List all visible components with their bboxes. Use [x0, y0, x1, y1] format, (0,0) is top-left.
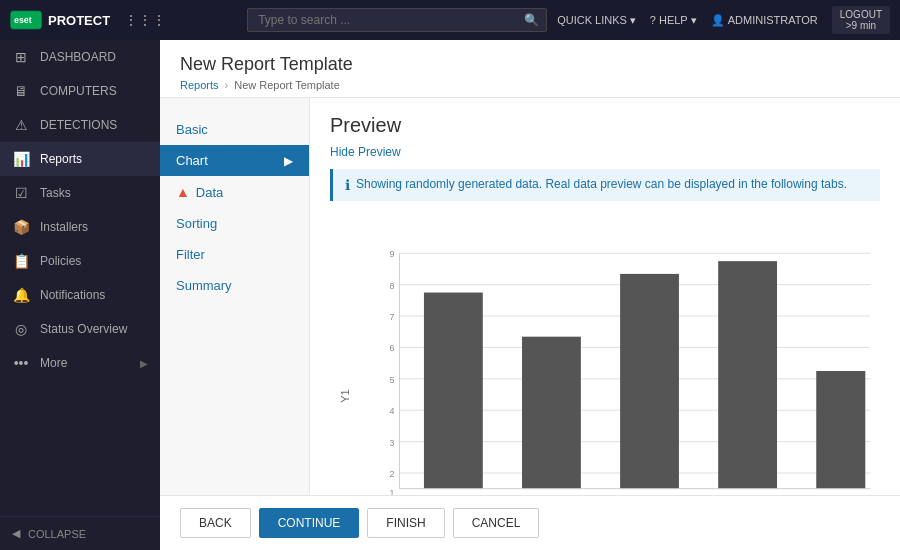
admin-button[interactable]: 👤 ADMINISTRATOR: [711, 14, 818, 27]
cancel-button[interactable]: CANCEL: [453, 508, 540, 538]
step-data[interactable]: ▲ Data: [160, 176, 309, 208]
chart-container: Y1 9 8 7 6: [330, 211, 880, 495]
search-icon: 🔍: [524, 13, 539, 27]
main-layout: ⊞ DASHBOARD 🖥 COMPUTERS ⚠ DETECTIONS 📊 R…: [0, 40, 900, 550]
sidebar-item-status-overview[interactable]: ◎ Status Overview: [0, 312, 160, 346]
page-title: New Report Template: [180, 54, 880, 75]
collapse-icon: ◀: [12, 527, 20, 540]
sidebar: ⊞ DASHBOARD 🖥 COMPUTERS ⚠ DETECTIONS 📊 R…: [0, 40, 160, 550]
reports-icon: 📊: [12, 151, 30, 167]
logo: eset PROTECT: [10, 10, 110, 30]
step-summary[interactable]: Summary: [160, 270, 309, 301]
detections-icon: ⚠: [12, 117, 30, 133]
topbar-right: QUICK LINKS ▾ ? HELP ▾ 👤 ADMINISTRATOR L…: [557, 6, 890, 34]
hide-preview-link[interactable]: Hide Preview: [330, 145, 880, 159]
back-button[interactable]: BACK: [180, 508, 251, 538]
chevron-down-icon: ▾: [691, 14, 697, 27]
svg-text:6: 6: [390, 343, 395, 353]
breadcrumb-parent[interactable]: Reports: [180, 79, 219, 91]
sidebar-item-installers[interactable]: 📦 Installers: [0, 210, 160, 244]
topbar: eset PROTECT ⋮⋮⋮ 🔍 QUICK LINKS ▾ ? HELP …: [0, 0, 900, 40]
sidebar-item-computers[interactable]: 🖥 COMPUTERS: [0, 74, 160, 108]
bar-4: [718, 261, 777, 489]
expand-icon: ▶: [140, 358, 148, 369]
page-header: New Report Template Reports › New Report…: [160, 40, 900, 98]
more-icon: •••: [12, 355, 30, 371]
breadcrumb-current: New Report Template: [234, 79, 340, 91]
inner-layout: Basic Chart ▶ ▲ Data Sorting Filter Summ: [160, 98, 900, 495]
tasks-icon: ☑: [12, 185, 30, 201]
computers-icon: 🖥: [12, 83, 30, 99]
step-arrow-icon: ▶: [284, 154, 293, 168]
continue-button[interactable]: CONTINUE: [259, 508, 360, 538]
breadcrumb-separator: ›: [225, 79, 229, 91]
sidebar-item-notifications[interactable]: 🔔 Notifications: [0, 278, 160, 312]
svg-text:2: 2: [390, 469, 395, 479]
bar-chart: 9 8 7 6 5 4 3 2 1 Value 1: [370, 221, 880, 495]
preview-panel: Preview Hide Preview ℹ Showing randomly …: [310, 98, 900, 495]
user-icon: 👤: [711, 14, 725, 27]
bar-5: [816, 371, 865, 489]
logout-button[interactable]: LOGOUT >9 min: [832, 6, 890, 34]
info-banner: ℹ Showing randomly generated data. Real …: [330, 169, 880, 201]
notifications-icon: 🔔: [12, 287, 30, 303]
help-button[interactable]: ? HELP ▾: [650, 14, 697, 27]
sidebar-item-reports[interactable]: 📊 Reports: [0, 142, 160, 176]
sidebar-item-dashboard[interactable]: ⊞ DASHBOARD: [0, 40, 160, 74]
grid-icon: ⋮⋮⋮: [124, 12, 166, 28]
bottom-bar: BACK CONTINUE FINISH CANCEL: [160, 495, 900, 550]
sidebar-item-policies[interactable]: 📋 Policies: [0, 244, 160, 278]
svg-text:9: 9: [390, 249, 395, 259]
collapse-button[interactable]: ◀ COLLAPSE: [0, 517, 160, 550]
breadcrumb: Reports › New Report Template: [180, 79, 880, 91]
steps-nav: Basic Chart ▶ ▲ Data Sorting Filter Summ: [160, 98, 310, 495]
search-bar: 🔍: [247, 8, 547, 32]
step-sorting[interactable]: Sorting: [160, 208, 309, 239]
step-chart[interactable]: Chart ▶: [160, 145, 309, 176]
svg-text:eset: eset: [14, 15, 32, 25]
sidebar-item-tasks[interactable]: ☑ Tasks: [0, 176, 160, 210]
bar-3: [620, 274, 679, 489]
info-icon: ℹ: [345, 177, 350, 193]
svg-text:3: 3: [390, 438, 395, 448]
sidebar-item-detections[interactable]: ⚠ DETECTIONS: [0, 108, 160, 142]
chevron-down-icon: ▾: [630, 14, 636, 27]
finish-button[interactable]: FINISH: [367, 508, 444, 538]
axis-y-label: Y1: [339, 389, 351, 402]
content-area: New Report Template Reports › New Report…: [160, 40, 900, 550]
bar-2: [522, 337, 581, 489]
bar-1: [424, 293, 483, 489]
svg-text:1: 1: [390, 488, 395, 495]
help-icon: ?: [650, 14, 656, 26]
step-basic[interactable]: Basic: [160, 114, 309, 145]
step-filter[interactable]: Filter: [160, 239, 309, 270]
installers-icon: 📦: [12, 219, 30, 235]
status-overview-icon: ◎: [12, 321, 30, 337]
info-text: Showing randomly generated data. Real da…: [356, 177, 847, 191]
quick-links-button[interactable]: QUICK LINKS ▾: [557, 14, 636, 27]
policies-icon: 📋: [12, 253, 30, 269]
sidebar-bottom: ◀ COLLAPSE: [0, 516, 160, 550]
sidebar-item-more[interactable]: ••• More ▶: [0, 346, 160, 380]
svg-text:5: 5: [390, 375, 395, 385]
search-input[interactable]: [247, 8, 547, 32]
svg-text:4: 4: [390, 406, 395, 416]
preview-title: Preview: [330, 114, 880, 137]
protect-label: PROTECT: [48, 13, 110, 28]
dashboard-icon: ⊞: [12, 49, 30, 65]
svg-text:7: 7: [390, 312, 395, 322]
svg-text:8: 8: [390, 281, 395, 291]
warning-icon: ▲: [176, 184, 190, 200]
